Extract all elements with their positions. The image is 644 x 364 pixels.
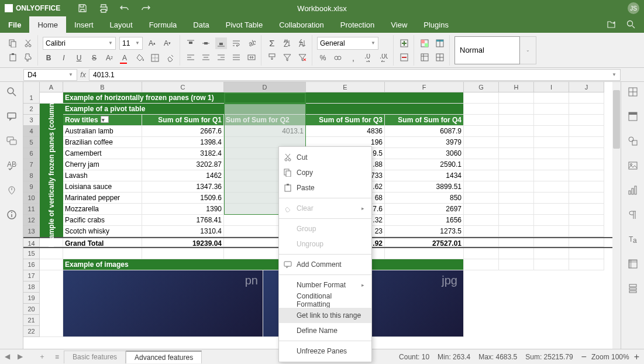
decrease-font-icon[interactable]: A▾ <box>161 37 173 49</box>
delete-cells-icon[interactable] <box>398 51 410 63</box>
cell[interactable] <box>534 181 569 193</box>
cell[interactable] <box>499 148 534 159</box>
cell[interactable] <box>534 226 569 237</box>
cell[interactable] <box>534 92 569 104</box>
cell[interactable] <box>569 193 604 204</box>
row-header-14[interactable]: 14 <box>23 238 40 247</box>
row-header-9[interactable]: 9 <box>23 181 40 193</box>
ctx-get-link[interactable]: Get link to this range <box>279 308 371 323</box>
row-header-20[interactable]: 20 <box>23 304 39 315</box>
paragraph-icon[interactable] <box>628 210 638 220</box>
slicer-icon[interactable] <box>628 283 638 294</box>
size-select[interactable]: 11▼ <box>119 37 143 50</box>
cell-style-normal[interactable]: Normal <box>454 36 520 64</box>
cell[interactable] <box>464 193 499 204</box>
redo-icon[interactable] <box>141 4 150 13</box>
font-color-button[interactable]: A <box>119 52 130 64</box>
sheet-list-button[interactable]: ≡ <box>50 351 64 363</box>
ctx-comment[interactable]: Add Comment <box>279 257 371 272</box>
sheet-tab-advanced[interactable]: Advanced features <box>126 351 202 363</box>
cell[interactable] <box>464 126 499 137</box>
cell[interactable]: Camembert <box>63 148 142 159</box>
undo-icon[interactable] <box>120 4 129 13</box>
clear-format-button[interactable] <box>164 52 176 64</box>
cell[interactable]: 3979 <box>385 137 464 148</box>
ctx-ungroup[interactable]: Ungroup <box>279 236 371 252</box>
ctx-number-format[interactable]: Number Format▸ <box>279 277 371 293</box>
cell[interactable] <box>569 115 604 126</box>
cell[interactable] <box>499 170 534 181</box>
cell[interactable] <box>569 204 604 215</box>
feedback-icon[interactable] <box>6 185 17 195</box>
cell[interactable] <box>534 248 569 259</box>
filter-icon[interactable] <box>281 51 293 63</box>
cell[interactable] <box>569 159 604 170</box>
ctx-unfreeze[interactable]: Unfreeze Panes <box>279 344 371 359</box>
menu-insert[interactable]: Insert <box>66 16 102 33</box>
spellcheck-icon[interactable]: ABC <box>6 160 17 171</box>
increase-font-icon[interactable]: A▴ <box>146 37 158 49</box>
col-header-F[interactable]: F <box>385 82 464 92</box>
table-settings-icon[interactable] <box>628 111 638 122</box>
cell[interactable]: Loisiana sauce <box>63 181 142 193</box>
cell[interactable]: Sum of Sum for Q3 <box>306 115 385 126</box>
row-header-6[interactable]: 6 <box>23 148 40 159</box>
paste-icon[interactable] <box>7 51 19 63</box>
cell[interactable] <box>464 215 499 226</box>
cell[interactable] <box>499 204 534 215</box>
vertical-scrollbar[interactable] <box>612 82 621 349</box>
cell[interactable]: 1390 <box>142 204 224 215</box>
menu-protect[interactable]: Protection <box>332 16 383 33</box>
ctx-define-name[interactable]: Define Name <box>279 323 371 338</box>
cell[interactable]: 6087.9 <box>385 126 464 137</box>
cell[interactable] <box>464 159 499 170</box>
sum-icon[interactable]: Σ <box>266 37 278 49</box>
copy-icon[interactable] <box>7 37 19 49</box>
print-icon[interactable] <box>99 4 108 13</box>
sheet-next-icon[interactable]: ▶ <box>18 352 27 362</box>
cell[interactable] <box>534 259 569 270</box>
merge-icon[interactable] <box>246 51 257 63</box>
pivot-settings-icon[interactable] <box>628 259 638 269</box>
search-icon[interactable] <box>626 20 636 29</box>
cell[interactable] <box>569 226 604 237</box>
cell[interactable]: 1462 <box>142 170 224 181</box>
cell[interactable]: Lavash <box>63 170 142 181</box>
cell[interactable] <box>569 259 604 270</box>
table-format-icon[interactable] <box>434 37 446 49</box>
align-bottom-icon[interactable] <box>215 37 227 49</box>
row-header-10[interactable]: 10 <box>23 193 40 204</box>
cell[interactable] <box>499 137 534 148</box>
cell[interactable] <box>499 259 534 270</box>
cell[interactable]: 2590.1 <box>385 159 464 170</box>
menu-data[interactable]: Data <box>185 16 217 33</box>
strike-button[interactable]: S <box>88 52 100 64</box>
fill-color-button[interactable] <box>134 52 146 64</box>
sort-asc-icon[interactable]: AZ <box>281 37 293 49</box>
cell-reference-box[interactable]: D4▼ <box>23 69 77 81</box>
fx-icon[interactable]: fx <box>77 71 89 79</box>
cell[interactable]: 3202.87 <box>142 159 224 170</box>
cell[interactable] <box>499 226 534 237</box>
cell[interactable]: 1273.5 <box>385 226 464 237</box>
row-header-21[interactable]: 21 <box>23 315 39 326</box>
cell[interactable]: 1509.6 <box>142 193 224 204</box>
cell[interactable] <box>534 115 569 126</box>
cell-settings-icon[interactable] <box>628 87 638 97</box>
cell[interactable] <box>499 92 534 104</box>
comments-icon[interactable] <box>6 111 17 122</box>
underline-button[interactable]: U <box>73 52 85 64</box>
number-format-select[interactable]: General▼ <box>317 37 378 50</box>
cell[interactable]: 4836 <box>306 126 385 137</box>
textart-icon[interactable]: Ta <box>628 234 638 245</box>
cell[interactable] <box>534 159 569 170</box>
sheet-tab-basic[interactable]: Basic features <box>64 351 126 363</box>
menu-layout[interactable]: Layout <box>102 16 141 33</box>
borders-button[interactable] <box>149 52 161 64</box>
cell[interactable]: Brazilian coffee <box>63 137 142 148</box>
cell[interactable] <box>534 204 569 215</box>
cell[interactable] <box>534 193 569 204</box>
cell[interactable] <box>499 248 534 259</box>
image-png[interactable]: pn <box>63 270 263 337</box>
cell[interactable] <box>569 148 604 159</box>
